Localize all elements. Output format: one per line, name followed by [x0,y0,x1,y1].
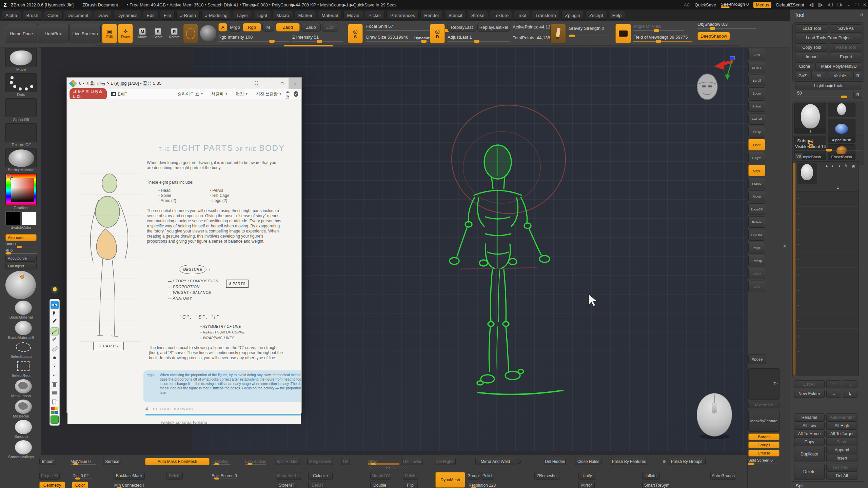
right-shelf-button[interactable]: L.Sym [748,152,765,163]
live-boolean-button[interactable]: Live Boolean [70,24,101,43]
dynamic-label[interactable]: Dynamic [414,36,430,40]
move-mode-button[interactable]: M Move [136,24,149,43]
right-shelf-button[interactable]: SPix 3 [748,62,765,73]
copy-button[interactable]: Copy [794,438,825,446]
menu-item[interactable]: Alpha [2,11,21,20]
minimize-icon[interactable]: ⌄ [847,2,850,7]
bottom-bar-item[interactable] [663,460,666,463]
secondary-color-swatch[interactable] [22,211,37,225]
bottom-bar-item[interactable]: BackfaceMask [114,472,145,480]
clone-button[interactable]: Clone [795,62,814,70]
texture-preview[interactable]: Te [748,368,780,400]
bottom-bar-item[interactable]: LazyRadius [244,458,267,465]
subtool-empty-row[interactable] [796,283,859,298]
blur-slider[interactable]: Blur 0 [5,242,37,247]
lightbulb-icon[interactable] [50,285,59,294]
bottom-bar-item[interactable]: Double [370,482,389,488]
highlighter-tool-icon[interactable] [51,336,59,344]
right-shelf-button[interactable]: Ghost [748,268,765,279]
texture-on-button[interactable]: Texture On [748,402,780,408]
all-to-home-button[interactable]: All To Home [794,430,825,438]
draw-button[interactable]: ✛ Draw [118,24,133,43]
bottom-bar-item[interactable]: Del Lower [402,458,422,465]
bottom-bar-item[interactable]: Del Higher [435,458,456,465]
right-shelf-button[interactable]: Rotate [748,216,765,228]
menu-item[interactable]: Zplugin [561,11,584,20]
slideshow-menu[interactable]: 슬라이드 쇼▼ [178,91,203,97]
smooth-valleys-slot[interactable]: SmoothValleys [5,440,41,459]
deep-shadow-button[interactable]: DeepShadow [697,32,730,40]
replay-last-button[interactable]: ReplayLast [448,23,476,32]
current-material-sphere[interactable] [200,25,216,41]
menu-item[interactable]: Marker [295,11,316,20]
menus-toggle[interactable]: Menus [753,2,771,8]
menu-item[interactable]: J-Modeling [201,11,231,20]
make-polymesh3d-button[interactable]: Make PolyMesh3D [815,62,862,70]
zcut-toggle[interactable]: Zcut [322,23,338,32]
move-out-button[interactable]: → [826,390,841,398]
menu-item[interactable]: Zscript [586,11,607,20]
bottom-bar-item[interactable]: Polish By Features [611,458,647,465]
smooth-slot[interactable]: Smooth [5,420,41,439]
menu-item[interactable]: Texture [490,11,512,20]
bottom-bar-item[interactable]: Delete [403,472,418,480]
angle-of-view-slider[interactable]: Angle Of View [633,24,684,31]
edit-menu[interactable]: 편집▼ [236,91,248,97]
bottom-bar-item[interactable]: Import [39,458,56,465]
home-page-button[interactable]: Home Page [6,24,37,43]
split-section-header[interactable]: Split [796,483,805,488]
accucurve-button[interactable]: AccuCurve [5,255,37,262]
subtool-scrollbar[interactable] [793,163,795,375]
viewer-content[interactable]: THE EIGHT PARTS OF THE BODY When develop… [67,99,301,412]
right-shelf-button[interactable]: Persp [748,126,765,138]
del-all-button[interactable]: Del All [826,472,857,480]
refresh-icon[interactable]: ↺ [859,12,863,18]
focal-shift-icon-button[interactable]: ◎ S [348,24,363,43]
material-slot[interactable]: StartupMaterial [5,148,41,172]
menu-item[interactable]: Document [64,11,92,20]
zsub-toggle[interactable]: Zsub [301,23,321,32]
duplicate-button[interactable]: Duplicate [794,446,825,462]
split-screen-slider[interactable]: Split Screen 0 [748,458,780,464]
bottom-bar-item[interactable]: Dist 0.02 [72,472,93,480]
menu-item[interactable]: Draw [94,11,112,20]
fillobject-button[interactable]: FillObject [5,263,37,269]
bottom-bar-item[interactable]: MergeDown [307,458,333,465]
right-shelf-button[interactable]: Line Fill [748,229,765,241]
viewer-title-bar[interactable]: 0 - 비율, 리듬 > 1 (9).jpg [1/20] - 꿀뷰 5.35 … [67,78,301,89]
menu-item[interactable]: File [160,11,175,20]
cursor-tool-icon[interactable] [51,310,59,318]
bottom-bar-item[interactable]: Polish By Groups [668,458,706,465]
right-shelf-button[interactable]: Transp [748,255,765,266]
load-tool-button[interactable]: Load Tool [795,24,828,33]
bottom-bar-item[interactable]: Auto Mask FiberMesh [145,458,210,465]
brush-size-small-icon[interactable] [51,363,59,371]
bottom-bar-item[interactable]: Auto Groups [710,472,736,480]
bottom-bar-item[interactable]: ZRemesher [534,472,560,480]
undo-icon[interactable]: ↶ [51,371,59,380]
subtool-empty-row[interactable] [796,252,859,268]
stroke-brush-slot[interactable]: Move [5,48,41,72]
photo-library-menu[interactable]: 사진 보관함▼ [256,91,281,97]
border-button[interactable]: Border [748,433,780,440]
clear-all-icon[interactable] [51,380,59,388]
bottom-bar-item[interactable]: Colorize [308,472,333,480]
right-shelf-button[interactable]: AAHalf [748,113,765,125]
bottom-bar-item[interactable]: LazyStep [211,458,231,465]
list-all-button[interactable]: List All [794,380,825,388]
right-shelf-button[interactable]: Floor [748,139,765,150]
groups-button[interactable]: Groups [748,442,780,448]
replay-last-rel-button[interactable]: ReplayLastRel [477,23,510,32]
right-shelf-button[interactable]: Solo [748,281,765,292]
rf-slider[interactable]: Rf 0 [5,248,37,254]
right-shelf-button[interactable]: Frame [748,178,765,189]
select-lasso-slot[interactable]: SelectLasso [5,342,41,359]
bottom-bar-item[interactable]: Morph UV [370,472,391,480]
bottom-bar-item[interactable]: Color [72,482,88,488]
subtool-empty-row[interactable] [796,329,859,344]
subtool-empty-row[interactable] [796,237,859,252]
subtool-empty-row[interactable] [796,222,859,237]
rotate-mode-button[interactable]: R Rotate [167,24,182,43]
bottom-bar-item[interactable]: MergeVisible [276,472,302,480]
menu-item[interactable]: Edit [143,11,158,20]
